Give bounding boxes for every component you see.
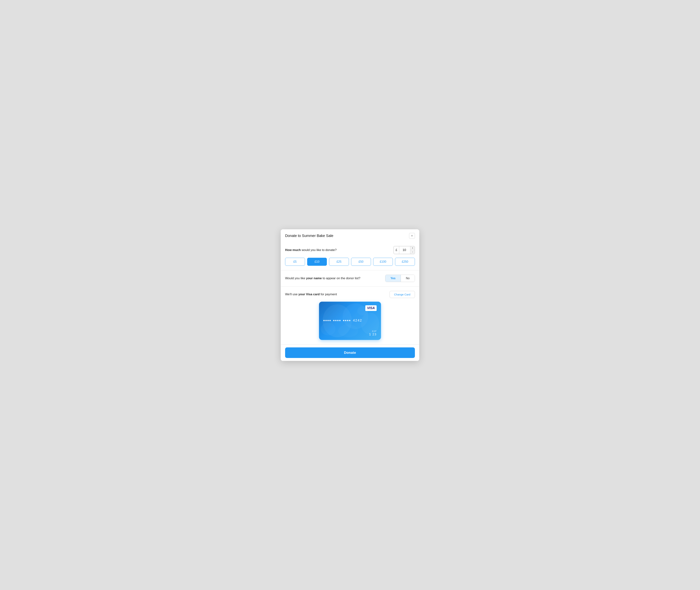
amount-input-wrapper: £ + − [394, 246, 415, 254]
card-top: VISA [323, 305, 377, 311]
payment-section: We'll use your Visa card for payment Cha… [281, 286, 419, 344]
card-last-four: 4242 [353, 318, 362, 322]
stepper-buttons: + − [410, 246, 415, 254]
card-dot [329, 320, 331, 321]
preset-btn-25[interactable]: £25 [329, 258, 349, 266]
decrement-button[interactable]: − [410, 250, 415, 254]
currency-symbol: £ [394, 246, 399, 254]
yes-button[interactable]: Yes [385, 275, 401, 282]
card-dots-group-3 [343, 320, 351, 321]
card-exp-label: EXP [372, 330, 377, 332]
yes-no-toggle: Yes No [385, 275, 415, 282]
donate-footer: Donate [281, 344, 419, 361]
card-dot [333, 320, 334, 321]
amount-row: How much would you like to donate? £ + − [285, 246, 415, 254]
no-button[interactable]: No [401, 275, 415, 282]
card-dot [345, 320, 346, 321]
payment-text: We'll use your Visa card for payment [285, 293, 337, 296]
card-dots-group-1 [323, 320, 331, 321]
preset-btn-100[interactable]: £100 [373, 258, 393, 266]
card-dot [327, 320, 329, 321]
credit-card: VISA [319, 302, 381, 340]
donor-section: Would you like your name to appear on th… [281, 270, 419, 286]
amount-question: How much would you like to donate? [285, 248, 337, 252]
card-dot [337, 320, 338, 321]
donor-question: Would you like your name to appear on th… [285, 277, 361, 280]
dialog-header: Donate to Summer Bake Sale × [281, 229, 419, 242]
card-dot [323, 320, 325, 321]
close-icon: × [411, 234, 413, 237]
increment-button[interactable]: + [410, 246, 415, 250]
card-exp-value: 1 23 [369, 333, 377, 336]
close-button[interactable]: × [409, 233, 415, 239]
preset-btn-5[interactable]: £5 [285, 258, 305, 266]
card-dot [347, 320, 348, 321]
card-dot [349, 320, 351, 321]
card-dot [343, 320, 344, 321]
visa-logo: VISA [365, 305, 377, 311]
card-bottom: EXP 1 23 [323, 330, 377, 336]
card-dot [325, 320, 327, 321]
preset-btn-50[interactable]: £50 [351, 258, 371, 266]
preset-btn-250[interactable]: £250 [395, 258, 415, 266]
payment-row: We'll use your Visa card for payment Cha… [285, 291, 415, 298]
amount-input[interactable] [399, 248, 410, 252]
donate-dialog: Donate to Summer Bake Sale × How much wo… [281, 229, 419, 361]
card-visual-wrapper: VISA [285, 302, 415, 340]
card-dot [335, 320, 336, 321]
donate-button[interactable]: Donate [285, 348, 415, 358]
change-card-button[interactable]: Change Card [390, 291, 415, 298]
card-dots-group-2 [333, 320, 340, 321]
amount-section: How much would you like to donate? £ + −… [281, 242, 419, 270]
card-dot [339, 320, 340, 321]
card-number: 4242 [323, 318, 377, 322]
preset-amounts: £5 £10 £25 £50 £100 £250 [285, 258, 415, 266]
dialog-title: Donate to Summer Bake Sale [285, 234, 333, 238]
preset-btn-10[interactable]: £10 [307, 258, 327, 266]
